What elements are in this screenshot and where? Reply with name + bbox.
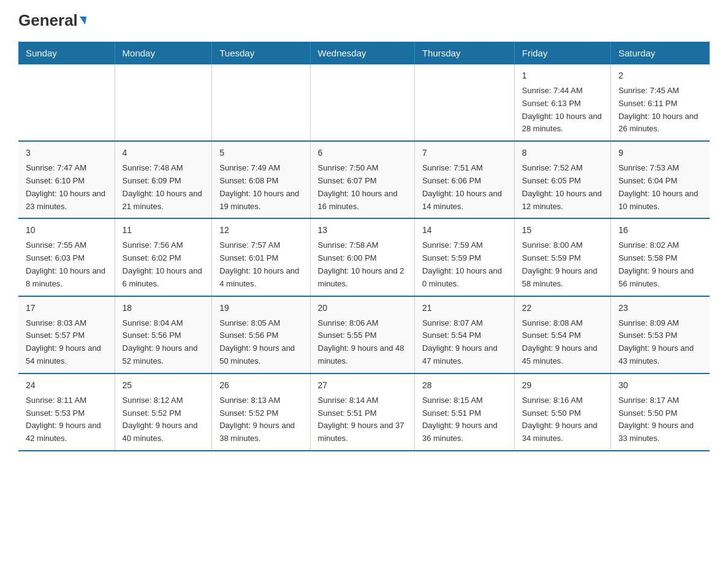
calendar-cell — [310, 64, 414, 141]
weekday-header-saturday: Saturday — [611, 42, 710, 64]
day-info: Sunrise: 7:59 AMSunset: 5:59 PMDaylight:… — [422, 239, 507, 290]
calendar-cell: 11Sunrise: 7:56 AMSunset: 6:02 PMDayligh… — [115, 218, 212, 296]
day-number: 20 — [318, 302, 407, 315]
day-info: Sunrise: 8:08 AMSunset: 5:54 PMDaylight:… — [522, 317, 603, 368]
day-info: Sunrise: 8:06 AMSunset: 5:55 PMDaylight:… — [318, 317, 407, 368]
day-info: Sunrise: 8:11 AMSunset: 5:53 PMDaylight:… — [26, 394, 107, 445]
calendar-cell: 10Sunrise: 7:55 AMSunset: 6:03 PMDayligh… — [18, 218, 115, 296]
day-number: 26 — [219, 379, 302, 392]
calendar-cell: 15Sunrise: 8:00 AMSunset: 5:59 PMDayligh… — [514, 218, 610, 296]
weekday-header-monday: Monday — [115, 42, 212, 64]
calendar-cell: 29Sunrise: 8:16 AMSunset: 5:50 PMDayligh… — [514, 373, 610, 451]
calendar-cell: 14Sunrise: 7:59 AMSunset: 5:59 PMDayligh… — [414, 218, 514, 296]
day-number: 8 — [522, 147, 603, 159]
day-info: Sunrise: 8:17 AMSunset: 5:50 PMDaylight:… — [618, 394, 702, 445]
day-info: Sunrise: 8:12 AMSunset: 5:52 PMDaylight:… — [123, 394, 205, 445]
weekday-header-friday: Friday — [514, 42, 610, 64]
day-info: Sunrise: 7:49 AMSunset: 6:08 PMDaylight:… — [219, 162, 302, 213]
calendar-cell: 18Sunrise: 8:04 AMSunset: 5:56 PMDayligh… — [115, 296, 212, 373]
logo-arrow-icon — [80, 17, 86, 25]
day-info: Sunrise: 7:58 AMSunset: 6:00 PMDaylight:… — [318, 239, 407, 290]
calendar-cell — [115, 64, 212, 141]
logo-general: General — [18, 12, 86, 28]
day-number: 5 — [219, 147, 302, 159]
calendar-cell: 27Sunrise: 8:14 AMSunset: 5:51 PMDayligh… — [310, 373, 414, 451]
day-info: Sunrise: 8:03 AMSunset: 5:57 PMDaylight:… — [26, 317, 107, 368]
day-number: 2 — [618, 69, 702, 82]
day-number: 19 — [219, 302, 302, 315]
day-info: Sunrise: 8:13 AMSunset: 5:52 PMDaylight:… — [219, 394, 302, 445]
day-number: 23 — [618, 302, 702, 315]
day-info: Sunrise: 8:04 AMSunset: 5:56 PMDaylight:… — [123, 317, 205, 368]
day-number: 17 — [26, 302, 107, 315]
day-number: 10 — [26, 224, 107, 237]
calendar-cell: 4Sunrise: 7:48 AMSunset: 6:09 PMDaylight… — [115, 141, 212, 218]
weekday-header-tuesday: Tuesday — [212, 42, 310, 64]
day-info: Sunrise: 7:56 AMSunset: 6:02 PMDaylight:… — [123, 239, 205, 290]
day-number: 11 — [123, 224, 205, 237]
calendar-cell: 9Sunrise: 7:53 AMSunset: 6:04 PMDaylight… — [611, 141, 710, 218]
calendar-week-row: 3Sunrise: 7:47 AMSunset: 6:10 PMDaylight… — [18, 141, 710, 218]
day-number: 15 — [522, 224, 603, 237]
day-info: Sunrise: 7:57 AMSunset: 6:01 PMDaylight:… — [219, 239, 302, 290]
day-number: 27 — [318, 379, 407, 392]
calendar-cell: 22Sunrise: 8:08 AMSunset: 5:54 PMDayligh… — [514, 296, 610, 373]
day-number: 22 — [522, 302, 603, 315]
day-info: Sunrise: 8:00 AMSunset: 5:59 PMDaylight:… — [522, 239, 603, 290]
day-number: 14 — [422, 224, 507, 237]
calendar-cell: 19Sunrise: 8:05 AMSunset: 5:56 PMDayligh… — [212, 296, 310, 373]
day-number: 6 — [318, 147, 407, 159]
day-number: 30 — [618, 379, 702, 392]
day-number: 9 — [618, 147, 702, 159]
calendar-cell: 16Sunrise: 8:02 AMSunset: 5:58 PMDayligh… — [611, 218, 710, 296]
day-info: Sunrise: 7:45 AMSunset: 6:11 PMDaylight:… — [618, 85, 702, 136]
calendar-cell: 23Sunrise: 8:09 AMSunset: 5:53 PMDayligh… — [611, 296, 710, 373]
calendar-cell: 30Sunrise: 8:17 AMSunset: 5:50 PMDayligh… — [611, 373, 710, 451]
calendar-cell: 24Sunrise: 8:11 AMSunset: 5:53 PMDayligh… — [18, 373, 115, 451]
day-number: 28 — [422, 379, 507, 392]
day-number: 24 — [26, 379, 107, 392]
calendar-week-row: 17Sunrise: 8:03 AMSunset: 5:57 PMDayligh… — [18, 296, 710, 373]
logo: General — [18, 12, 86, 29]
day-info: Sunrise: 8:16 AMSunset: 5:50 PMDaylight:… — [522, 394, 603, 445]
page-header: General — [18, 12, 710, 29]
day-info: Sunrise: 8:07 AMSunset: 5:54 PMDaylight:… — [422, 317, 507, 368]
day-info: Sunrise: 7:44 AMSunset: 6:13 PMDaylight:… — [522, 85, 603, 136]
day-info: Sunrise: 7:47 AMSunset: 6:10 PMDaylight:… — [26, 162, 107, 213]
calendar-week-row: 10Sunrise: 7:55 AMSunset: 6:03 PMDayligh… — [18, 218, 710, 296]
calendar-cell: 3Sunrise: 7:47 AMSunset: 6:10 PMDaylight… — [18, 141, 115, 218]
day-info: Sunrise: 7:53 AMSunset: 6:04 PMDaylight:… — [618, 162, 702, 213]
day-number: 16 — [618, 224, 702, 237]
calendar-cell — [414, 64, 514, 141]
day-info: Sunrise: 8:02 AMSunset: 5:58 PMDaylight:… — [618, 239, 702, 290]
calendar-cell — [212, 64, 310, 141]
day-number: 3 — [26, 147, 107, 159]
calendar-cell: 20Sunrise: 8:06 AMSunset: 5:55 PMDayligh… — [310, 296, 414, 373]
calendar-cell: 7Sunrise: 7:51 AMSunset: 6:06 PMDaylight… — [414, 141, 514, 218]
day-info: Sunrise: 7:51 AMSunset: 6:06 PMDaylight:… — [422, 162, 507, 213]
weekday-header-wednesday: Wednesday — [310, 42, 414, 64]
calendar-cell: 28Sunrise: 8:15 AMSunset: 5:51 PMDayligh… — [414, 373, 514, 451]
weekday-header-sunday: Sunday — [18, 42, 115, 64]
day-number: 12 — [219, 224, 302, 237]
calendar-cell: 2Sunrise: 7:45 AMSunset: 6:11 PMDaylight… — [611, 64, 710, 141]
weekday-header-thursday: Thursday — [414, 42, 514, 64]
calendar-week-row: 1Sunrise: 7:44 AMSunset: 6:13 PMDaylight… — [18, 64, 710, 141]
calendar-cell: 12Sunrise: 7:57 AMSunset: 6:01 PMDayligh… — [212, 218, 310, 296]
day-info: Sunrise: 8:09 AMSunset: 5:53 PMDaylight:… — [618, 317, 702, 368]
calendar-cell: 17Sunrise: 8:03 AMSunset: 5:57 PMDayligh… — [18, 296, 115, 373]
calendar-table: SundayMondayTuesdayWednesdayThursdayFrid… — [18, 42, 710, 451]
calendar-cell: 26Sunrise: 8:13 AMSunset: 5:52 PMDayligh… — [212, 373, 310, 451]
day-info: Sunrise: 7:50 AMSunset: 6:07 PMDaylight:… — [318, 162, 407, 213]
day-number: 21 — [422, 302, 507, 315]
day-info: Sunrise: 7:48 AMSunset: 6:09 PMDaylight:… — [123, 162, 205, 213]
calendar-week-row: 24Sunrise: 8:11 AMSunset: 5:53 PMDayligh… — [18, 373, 710, 451]
calendar-cell: 5Sunrise: 7:49 AMSunset: 6:08 PMDaylight… — [212, 141, 310, 218]
calendar-cell: 21Sunrise: 8:07 AMSunset: 5:54 PMDayligh… — [414, 296, 514, 373]
day-number: 1 — [522, 69, 603, 82]
weekday-header-row: SundayMondayTuesdayWednesdayThursdayFrid… — [18, 42, 710, 64]
calendar-cell — [18, 64, 115, 141]
calendar-cell: 6Sunrise: 7:50 AMSunset: 6:07 PMDaylight… — [310, 141, 414, 218]
day-number: 13 — [318, 224, 407, 237]
day-info: Sunrise: 8:05 AMSunset: 5:56 PMDaylight:… — [219, 317, 302, 368]
